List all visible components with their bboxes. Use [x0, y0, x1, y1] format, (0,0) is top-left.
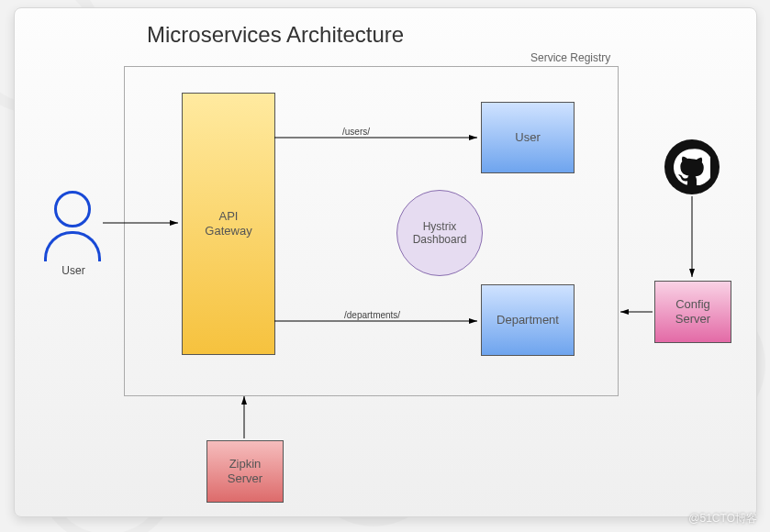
hystrix-dashboard-node: Hystrix Dashboard: [396, 190, 483, 276]
api-gateway-node: API Gateway: [182, 93, 275, 355]
edge-label-departments: /departments/: [344, 310, 400, 320]
config-server-node: Config Server: [654, 281, 731, 343]
user-icon: [44, 191, 101, 261]
zipkin-server-node: Zipkin Server: [206, 440, 284, 503]
department-service-node: Department: [481, 284, 575, 356]
watermark: @51CTO博客: [688, 511, 757, 526]
user-service-node: User: [481, 102, 575, 173]
user-actor-label: User: [55, 264, 92, 277]
diagram-title: Microservices Architecture: [147, 22, 404, 48]
diagram-canvas: Microservices Architecture Service Regis…: [0, 0, 770, 532]
edge-label-users: /users/: [342, 127, 370, 137]
service-registry-label: Service Registry: [530, 51, 610, 64]
github-icon: [664, 139, 720, 194]
